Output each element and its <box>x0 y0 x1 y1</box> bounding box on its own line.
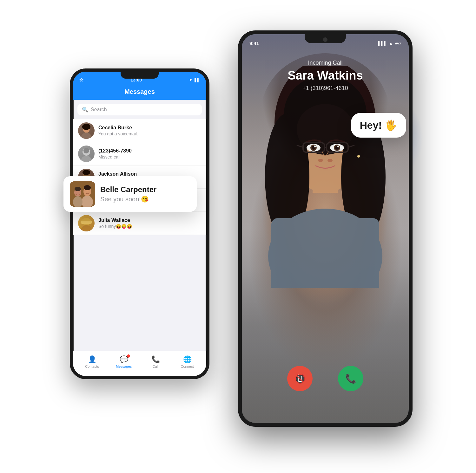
call-icon: 📞 <box>151 355 160 364</box>
messages-nav-label: Messages <box>116 365 132 368</box>
svg-point-20 <box>84 185 91 190</box>
avatar-julia <box>78 215 95 231</box>
svg-rect-14 <box>81 221 92 224</box>
call-label: Call <box>153 365 159 368</box>
search-placeholder: Search <box>91 107 107 113</box>
camera <box>323 37 327 42</box>
svg-point-13 <box>81 225 92 231</box>
contact-info: (123)456-7890 Missed call <box>98 148 201 159</box>
messages-phone: ☆ 13:00 ▼ ▌▌ Messages 🔍 Search <box>70 68 209 379</box>
list-item[interactable]: (123)456-7890 Missed call <box>73 142 206 165</box>
contact-info: Julia Wallace So funny😝😝😝 <box>98 217 201 229</box>
accept-button[interactable]: 📞 <box>338 366 363 391</box>
svg-point-36 <box>337 146 339 147</box>
wifi-icon: ▲ <box>389 41 393 46</box>
battery-icon: ▰▱ <box>395 41 401 46</box>
messages-header: Messages <box>73 86 206 100</box>
connect-label: Connect <box>181 365 194 368</box>
decline-button[interactable]: 📵 <box>287 366 313 391</box>
star-icon: ☆ <box>79 77 83 82</box>
popup-contact-name: Belle Carpenter <box>100 185 156 194</box>
wifi-icon: ▼ <box>189 78 193 82</box>
contact-preview: Missed call <box>98 154 201 159</box>
face-svg <box>262 66 389 288</box>
contact-preview: You got a voicemail. <box>98 131 201 136</box>
call-action-buttons: 📵 📞 <box>242 366 409 391</box>
svg-point-44 <box>357 155 360 158</box>
popup-contact-message: See you soon!😘 <box>100 195 156 203</box>
hey-bubble: Hey! 🖐 <box>351 113 406 138</box>
call-status-bar: 9:41 ▌▌▌ ▲ ▰▱ <box>242 34 409 49</box>
svg-point-8 <box>83 170 90 175</box>
svg-point-1 <box>81 133 92 139</box>
contact-name: (123)456-7890 <box>98 148 201 154</box>
svg-point-4 <box>81 156 92 162</box>
contact-preview: So funny😝😝😝 <box>98 224 201 229</box>
signal-icon: ▌▌ <box>195 78 200 82</box>
avatar-unknown <box>78 146 95 162</box>
call-status-icons: ▌▌▌ ▲ ▰▱ <box>378 41 401 46</box>
popup-text: Belle Carpenter See you soon!😘 <box>100 185 156 203</box>
list-item[interactable]: Julia Wallace So funny😝😝😝 <box>73 212 206 235</box>
contacts-icon: 👤 <box>88 355 96 364</box>
popup-avatar <box>70 181 95 207</box>
call-time: 9:41 <box>249 41 259 46</box>
contact-name: Julia Wallace <box>98 217 201 223</box>
nav-messages[interactable]: 💬 Messages <box>108 355 140 368</box>
messages-time: 13:00 <box>130 77 142 82</box>
popup-card: Belle Carpenter See you soon!😘 <box>63 176 197 212</box>
status-icons: ▼ ▌▌ <box>189 78 200 82</box>
svg-point-5 <box>83 148 89 153</box>
call-phone: 9:41 ▌▌▌ ▲ ▰▱ Incoming Call Sara Watkins… <box>238 30 413 427</box>
svg-point-2 <box>82 124 90 130</box>
search-icon: 🔍 <box>82 107 88 113</box>
nav-connect[interactable]: 🌐 Connect <box>171 355 203 368</box>
signal-bars: ▌▌▌ <box>378 41 387 46</box>
scene: ☆ 13:00 ▼ ▌▌ Messages 🔍 Search <box>63 30 413 443</box>
nav-contacts[interactable]: 👤 Contacts <box>76 355 108 368</box>
svg-point-43 <box>327 159 333 162</box>
decline-icon: 📵 <box>294 373 306 384</box>
connect-icon: 🌐 <box>183 355 192 364</box>
caller-name: Sara Watkins <box>248 69 402 82</box>
caller-number: +1 (310)961-4610 <box>248 85 402 92</box>
list-item[interactable]: Cecelia Burke You got a voicemail. <box>73 119 206 142</box>
messages-status-bar: ☆ 13:00 ▼ ▌▌ <box>73 72 206 86</box>
contact-info: Cecelia Burke You got a voicemail. <box>98 125 201 136</box>
svg-point-32 <box>314 146 316 147</box>
messages-title: Messages <box>79 88 200 95</box>
hey-text: Hey! 🖐 <box>360 120 397 131</box>
svg-rect-46 <box>271 218 379 288</box>
nav-call[interactable]: 📞 Call <box>140 355 171 368</box>
contacts-label: Contacts <box>85 365 99 368</box>
accept-icon: 📞 <box>345 373 356 384</box>
bottom-navigation: 👤 Contacts 💬 Messages 📞 Call 🌐 Connect <box>73 351 206 376</box>
contact-name: Cecelia Burke <box>98 125 201 131</box>
messages-icon: 💬 <box>120 355 128 364</box>
avatar-cecelia <box>78 122 95 139</box>
search-bar[interactable]: 🔍 Search <box>77 104 202 115</box>
svg-point-42 <box>318 159 323 162</box>
svg-point-21 <box>75 187 81 191</box>
incoming-call-label: Incoming Call <box>248 60 402 66</box>
